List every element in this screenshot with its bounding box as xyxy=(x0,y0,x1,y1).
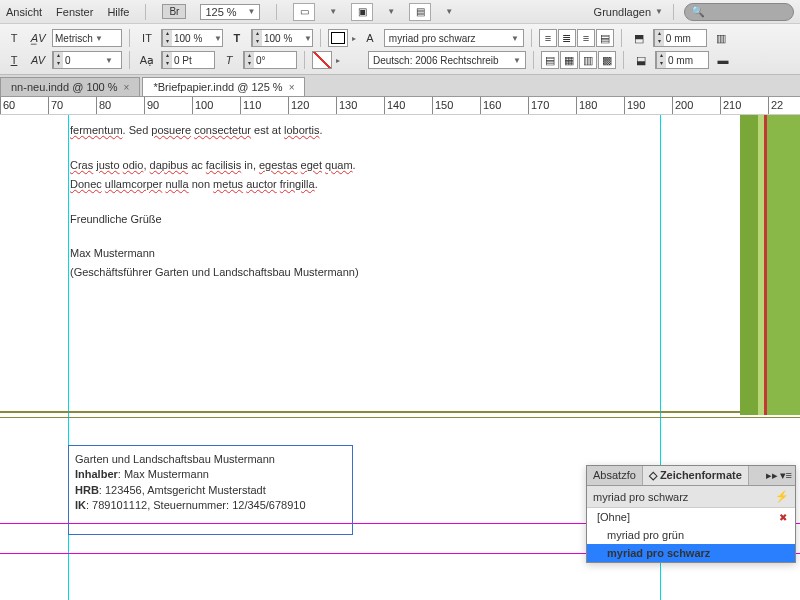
character-styles-panel[interactable]: Absatzfo ◇ Zeichenformate ▸▸ ▾≡ myriad p… xyxy=(586,465,796,563)
justify-center-button[interactable]: ▦ xyxy=(560,51,578,69)
tracking-icon[interactable]: AV xyxy=(28,51,48,69)
workspace-dropdown[interactable]: Grundlagen▼ xyxy=(594,6,663,18)
chevron-right-icon: ▸ xyxy=(336,56,340,65)
justify-left-button[interactable]: ▤ xyxy=(541,51,559,69)
chevron-down-icon[interactable]: ▼ xyxy=(387,7,395,16)
align-group: ≡ ≣ ≡ ▤ xyxy=(539,29,614,47)
document-tabs: nn-neu.indd @ 100 %× *Briefpapier.indd @… xyxy=(0,75,800,97)
flash-icon: ⚡ xyxy=(775,490,789,503)
zoom-control[interactable]: ▼ xyxy=(200,4,260,20)
hscale-input[interactable]: ▴▾▼ xyxy=(251,29,313,47)
color-bar xyxy=(740,115,800,415)
align-center-button[interactable]: ≣ xyxy=(558,29,576,47)
justify-right-button[interactable]: ▥ xyxy=(579,51,597,69)
hscale-icon[interactable]: T xyxy=(227,29,247,47)
document-canvas[interactable]: fermentum. Sed posuere consectetur est a… xyxy=(0,115,800,600)
kerning-dropdown[interactable]: ▼ xyxy=(52,29,122,47)
chevron-right-icon: ▸ xyxy=(352,34,356,43)
baseline-icon[interactable]: Aạ xyxy=(137,51,157,69)
gutter-icon[interactable]: ▬ xyxy=(713,51,733,69)
chevron-down-icon[interactable]: ▼ xyxy=(247,7,255,16)
language-dropdown[interactable]: ▼ xyxy=(368,51,526,69)
footer-text-frame[interactable]: Garten und Landschaftsbau Mustermann Inh… xyxy=(68,445,353,535)
menu-ansicht[interactable]: Ansicht xyxy=(6,6,42,18)
align-left-button[interactable]: ≡ xyxy=(539,29,557,47)
panel-tab-character[interactable]: ◇ Zeichenformate xyxy=(643,466,749,485)
inset-bottom-input[interactable]: ▴▾ xyxy=(655,51,709,69)
document-tab[interactable]: nn-neu.indd @ 100 %× xyxy=(0,77,140,96)
panel-tab-paragraph[interactable]: Absatzfo xyxy=(587,466,643,485)
kerning-icon[interactable]: A̲V xyxy=(28,29,48,47)
style-item[interactable]: myriad pro grün xyxy=(587,526,795,544)
columns-icon[interactable]: ▥ xyxy=(711,29,731,47)
char-style-dropdown[interactable]: ▼ xyxy=(384,29,524,47)
control-toolbar: T A̲V ▼ IT ▴▾▼ T ▴▾▼ ▸ A ▼ ≡ ≣ ≡ ▤ ⬒ ▴▾ … xyxy=(0,24,800,75)
style-item-none[interactable]: [Ohne]✖ xyxy=(587,508,795,526)
align-right-button[interactable]: ≡ xyxy=(577,29,595,47)
skew-input[interactable]: ▴▾ xyxy=(243,51,297,69)
menu-fenster[interactable]: Fenster xyxy=(56,6,93,18)
panel-menu-icon[interactable]: ▾≡ xyxy=(780,469,792,482)
current-style-dropdown[interactable]: myriad pro schwarz⚡ xyxy=(587,486,795,508)
separator xyxy=(673,4,674,20)
close-icon[interactable]: × xyxy=(124,82,130,93)
fill-swatch[interactable] xyxy=(328,29,348,47)
separator xyxy=(145,4,146,20)
justify-group: ▤ ▦ ▥ ▩ xyxy=(541,51,616,69)
skew-icon[interactable]: T xyxy=(219,51,239,69)
search-input[interactable]: 🔍 xyxy=(684,3,794,21)
justify-full-button[interactable]: ▩ xyxy=(598,51,616,69)
style-item-selected[interactable]: myriad pro schwarz xyxy=(587,544,795,562)
lang-icon xyxy=(344,51,364,69)
bridge-button[interactable]: Br xyxy=(162,4,186,19)
search-icon: 🔍 xyxy=(691,5,705,18)
chevron-down-icon[interactable]: ▼ xyxy=(329,7,337,16)
justify-button[interactable]: ▤ xyxy=(596,29,614,47)
arrange-icon[interactable]: ▤ xyxy=(409,3,431,21)
tracking-input[interactable]: ▴▾▼ xyxy=(52,51,122,69)
vscale-input[interactable]: ▴▾▼ xyxy=(161,29,223,47)
separator xyxy=(276,4,277,20)
body-text[interactable]: fermentum. Sed posuere consectetur est a… xyxy=(70,123,660,284)
clear-override-icon[interactable]: ✖ xyxy=(779,512,787,523)
footer-company: Garten und Landschaftsbau Mustermann xyxy=(75,452,346,467)
panel-expand-icon[interactable]: ▸▸ xyxy=(766,469,778,482)
inset-top-icon[interactable]: ⬒ xyxy=(629,29,649,47)
guide-horizontal[interactable] xyxy=(0,411,800,413)
char-style-icon[interactable]: A xyxy=(360,29,380,47)
stroke-none-swatch[interactable] xyxy=(312,51,332,69)
char-format-icon[interactable]: T xyxy=(4,29,24,47)
view-mode-icon[interactable]: ▭ xyxy=(293,3,315,21)
style-list: [Ohne]✖ myriad pro grün myriad pro schwa… xyxy=(587,508,795,562)
inset-top-input[interactable]: ▴▾ xyxy=(653,29,707,47)
zoom-input[interactable] xyxy=(205,6,245,18)
guide-horizontal[interactable] xyxy=(0,417,800,418)
para-format-icon[interactable]: T xyxy=(4,51,24,69)
chevron-down-icon[interactable]: ▼ xyxy=(445,7,453,16)
document-tab[interactable]: *Briefpapier.indd @ 125 %× xyxy=(142,77,305,96)
chevron-down-icon: ▼ xyxy=(655,7,663,16)
close-icon[interactable]: × xyxy=(289,82,295,93)
vscale-icon[interactable]: IT xyxy=(137,29,157,47)
inset-bottom-icon[interactable]: ⬓ xyxy=(631,51,651,69)
horizontal-ruler[interactable]: 6070809010011012013014015016017018019020… xyxy=(0,97,800,115)
menu-hilfe[interactable]: Hilfe xyxy=(107,6,129,18)
menubar: Ansicht Fenster Hilfe Br ▼ ▭▼ ▣▼ ▤▼ Grun… xyxy=(0,0,800,24)
baseline-input[interactable]: ▴▾ xyxy=(161,51,215,69)
screen-mode-icon[interactable]: ▣ xyxy=(351,3,373,21)
